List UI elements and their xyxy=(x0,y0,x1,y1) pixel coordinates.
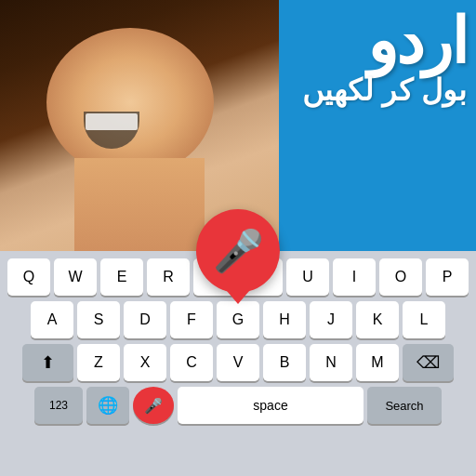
key-g[interactable]: G xyxy=(217,301,259,338)
mic-overlay[interactable]: 🎤 xyxy=(196,209,280,293)
key-j[interactable]: J xyxy=(310,301,352,338)
key-v[interactable]: V xyxy=(217,344,259,381)
key-k[interactable]: K xyxy=(356,301,399,338)
key-l[interactable]: L xyxy=(403,301,445,338)
shift-key[interactable]: ⬆ xyxy=(22,344,73,381)
key-a[interactable]: A xyxy=(31,301,73,338)
key-f[interactable]: F xyxy=(170,301,213,338)
keyboard: 🎤 Q W E R T Y U I O P A S D F G H J K L … xyxy=(0,251,476,476)
key-search[interactable]: Search xyxy=(367,387,442,424)
delete-key[interactable]: ⌫ xyxy=(403,344,454,381)
key-o[interactable]: O xyxy=(379,258,422,296)
key-c[interactable]: C xyxy=(170,344,213,381)
key-row-2: A S D F G H J K L xyxy=(4,301,472,338)
key-u[interactable]: U xyxy=(286,258,329,296)
mic-icon-large: 🎤 xyxy=(213,227,264,275)
key-space[interactable]: space xyxy=(178,387,364,424)
key-r[interactable]: R xyxy=(147,258,190,296)
key-s[interactable]: S xyxy=(77,301,120,338)
key-mic-bottom[interactable]: 🎤 xyxy=(133,387,174,424)
key-h[interactable]: H xyxy=(263,301,306,338)
key-x[interactable]: X xyxy=(124,344,166,381)
key-i[interactable]: I xyxy=(333,258,376,296)
key-b[interactable]: B xyxy=(263,344,306,381)
key-w[interactable]: W xyxy=(54,258,97,296)
urdu-title: اردو xyxy=(262,9,467,73)
key-p[interactable]: P xyxy=(426,258,469,296)
key-row-4: 123 🌐 🎤 space Search xyxy=(4,387,472,424)
shift-icon: ⬆ xyxy=(41,352,55,373)
key-row-3: ⬆ Z X C V B N M ⌫ xyxy=(4,344,472,381)
urdu-text-container: اردو بول کر لکھیں xyxy=(262,9,467,108)
key-d[interactable]: D xyxy=(124,301,166,338)
delete-icon: ⌫ xyxy=(416,352,440,373)
urdu-subtitle: بول کر لکھیں xyxy=(262,73,467,108)
key-123[interactable]: 123 xyxy=(34,387,83,424)
key-n[interactable]: N xyxy=(310,344,352,381)
key-e[interactable]: E xyxy=(100,258,143,296)
key-z[interactable]: Z xyxy=(77,344,120,381)
key-q[interactable]: Q xyxy=(7,258,50,296)
key-m[interactable]: M xyxy=(356,344,399,381)
key-globe[interactable]: 🌐 xyxy=(86,387,129,424)
mic-bubble[interactable]: 🎤 xyxy=(196,209,280,293)
